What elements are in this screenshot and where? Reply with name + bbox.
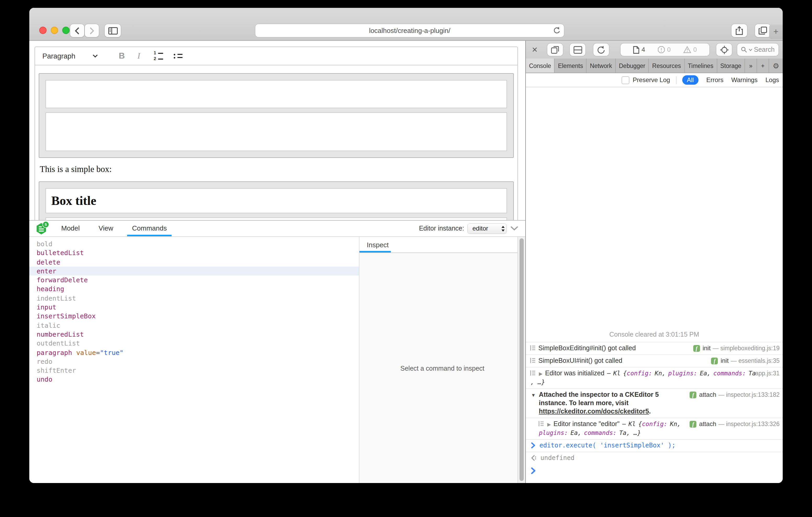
- tab-elements[interactable]: Elements: [555, 59, 587, 73]
- command-row[interactable]: paragraphvalue="true": [29, 348, 359, 357]
- console-log-row[interactable]: SimpleBoxUI#init() got called f init — e…: [526, 355, 783, 367]
- box-title-heading[interactable]: Box title: [51, 194, 96, 208]
- share-icon: [735, 26, 743, 35]
- filter-errors[interactable]: Errors: [706, 76, 723, 84]
- tab-storage[interactable]: Storage: [717, 59, 745, 73]
- function-badge: f: [711, 357, 718, 364]
- scrollbar[interactable]: [517, 237, 525, 483]
- error-count-item[interactable]: 0: [658, 46, 670, 53]
- sidebar-toggle-button[interactable]: [105, 24, 121, 37]
- console-log-row-nested[interactable]: ▶Editor instance "editor"–Kl{config:Kn, …: [526, 418, 783, 439]
- tab-console[interactable]: Console: [526, 59, 555, 73]
- tab-network[interactable]: Network: [587, 59, 616, 73]
- filter-all[interactable]: All: [682, 75, 698, 85]
- log-location[interactable]: f init — simpleboxediting.js:19: [693, 344, 780, 352]
- command-row[interactable]: input: [29, 303, 359, 312]
- page-count-item[interactable]: 4: [633, 46, 645, 54]
- reload-page-button[interactable]: [593, 43, 609, 56]
- editor-instance-select[interactable]: editor: [468, 223, 506, 234]
- element-picker-button[interactable]: [716, 43, 732, 56]
- command-row[interactable]: outdentList: [29, 339, 359, 348]
- tab-timelines[interactable]: Timelines: [685, 59, 717, 73]
- log-location[interactable]: app.js:31: [755, 369, 780, 377]
- address-bar[interactable]: localhost/creating-a-plugin/: [255, 24, 564, 37]
- preserve-log-checkbox[interactable]: [622, 76, 630, 84]
- command-row[interactable]: shiftEnter: [29, 366, 359, 375]
- reload-icon[interactable]: [553, 26, 560, 34]
- devtools-search-field[interactable]: Search: [737, 43, 779, 56]
- tab-debugger[interactable]: Debugger: [616, 59, 649, 73]
- zoom-window-button[interactable]: [62, 27, 69, 34]
- simple-box-title-field[interactable]: [46, 80, 507, 108]
- ckeditor-docs-link[interactable]: https://ckeditor.com/docs/ckeditor5: [539, 408, 649, 415]
- dock-side-button[interactable]: [547, 43, 563, 56]
- share-button[interactable]: [731, 24, 747, 37]
- collapse-inspector-button[interactable]: [510, 226, 519, 231]
- console-log-row[interactable]: SimpleBoxEditing#init() got called f ini…: [526, 342, 783, 355]
- tab-view[interactable]: View: [94, 221, 118, 236]
- dock-bottom-button[interactable]: [570, 43, 585, 56]
- close-window-button[interactable]: [39, 27, 47, 34]
- tab-inspect[interactable]: Inspect: [359, 241, 389, 249]
- command-row[interactable]: forwardDelete: [29, 275, 359, 285]
- command-row[interactable]: heading: [29, 285, 359, 294]
- forward-button[interactable]: [85, 24, 99, 37]
- minimize-window-button[interactable]: [51, 27, 58, 34]
- settings-gear-icon[interactable]: ⚙: [769, 59, 783, 73]
- command-row[interactable]: italic: [29, 321, 359, 330]
- command-row[interactable]: undo: [29, 375, 359, 384]
- resource-status-group[interactable]: 4 0 0: [620, 43, 709, 56]
- command-row-selected[interactable]: enter: [29, 267, 359, 276]
- disclosure-triangle-icon[interactable]: ▶: [539, 371, 543, 376]
- command-row[interactable]: numberedList: [29, 330, 359, 339]
- console-panel[interactable]: Console cleared at 3:01:15 PM SimpleBoxE…: [526, 87, 783, 483]
- screenshot-stage: localhost/creating-a-plugin/ + Paragraph: [0, 0, 812, 517]
- log-location[interactable]: f init — essentials.js:35: [711, 357, 780, 365]
- new-tab-button[interactable]: +: [769, 25, 783, 39]
- bold-button[interactable]: B: [119, 51, 125, 61]
- back-button[interactable]: [70, 24, 84, 37]
- warning-count-item[interactable]: 0: [683, 46, 697, 53]
- commands-list: bold bulletedList delete enter forwardDe…: [29, 237, 359, 483]
- executed-command[interactable]: editor.execute( 'insertSimpleBox' );: [540, 441, 675, 450]
- add-tab-button[interactable]: +: [757, 59, 769, 73]
- command-row[interactable]: insertSimpleBox: [29, 312, 359, 321]
- bulleted-list-button[interactable]: [173, 54, 182, 58]
- chevron-down-icon[interactable]: [93, 54, 98, 58]
- disclosure-triangle-open-icon[interactable]: ▼: [531, 391, 536, 399]
- tabs-overflow-button[interactable]: »: [745, 59, 757, 73]
- italic-button[interactable]: I: [137, 51, 140, 61]
- command-row[interactable]: indentList: [29, 294, 359, 303]
- disclosure-triangle-icon[interactable]: ▶: [547, 422, 551, 427]
- numbered-list-button[interactable]: 1 2: [154, 51, 163, 61]
- simple-box-description-field[interactable]: [46, 112, 507, 151]
- console-command-row[interactable]: editor.execute( 'insertSimpleBox' );: [526, 439, 783, 452]
- tab-overview-button[interactable]: [755, 24, 771, 37]
- console-input-line[interactable]: [526, 464, 783, 483]
- command-row[interactable]: delete: [29, 257, 359, 267]
- command-row[interactable]: bold: [29, 239, 359, 249]
- command-row[interactable]: redo: [29, 357, 359, 366]
- console-result-row[interactable]: undefined: [526, 452, 783, 464]
- log-location[interactable]: f attach — inspector.js:133:182: [690, 391, 780, 399]
- warning-triangle-icon: [683, 46, 691, 53]
- simple-box-title-field[interactable]: Box title: [46, 188, 507, 213]
- log-location[interactable]: f attach — inspector.js:133:326: [690, 420, 780, 428]
- web-inspector: ✕ 4 0: [525, 41, 783, 483]
- close-devtools-button[interactable]: ✕: [530, 46, 540, 53]
- tab-resources[interactable]: Resources: [649, 59, 685, 73]
- simple-box-widget-selected[interactable]: [39, 73, 514, 158]
- paragraph-text[interactable]: This is a simple box:: [40, 164, 513, 175]
- log-text: ▶Editor instance "editor"–Kl{config:Kn, …: [547, 420, 686, 437]
- scrollbar-thumb[interactable]: [520, 238, 524, 481]
- command-row[interactable]: bulletedList: [29, 249, 359, 258]
- sidebar-icon: [108, 27, 117, 34]
- filter-logs[interactable]: Logs: [765, 76, 779, 84]
- console-log-row-expandable[interactable]: ▶Editor was initialized–Kl{config:Kn,plu…: [526, 367, 783, 388]
- tab-commands[interactable]: Commands: [127, 221, 172, 236]
- heading-dropdown[interactable]: Paragraph: [42, 52, 93, 60]
- ckeditor-inspector-panel: 5 Model View Commands Editor instance: e…: [29, 220, 525, 483]
- tab-model[interactable]: Model: [57, 221, 85, 236]
- console-log-row-expanded[interactable]: ▼ Attached the inspector to a CKEditor 5…: [526, 388, 783, 418]
- filter-warnings[interactable]: Warnings: [731, 76, 758, 84]
